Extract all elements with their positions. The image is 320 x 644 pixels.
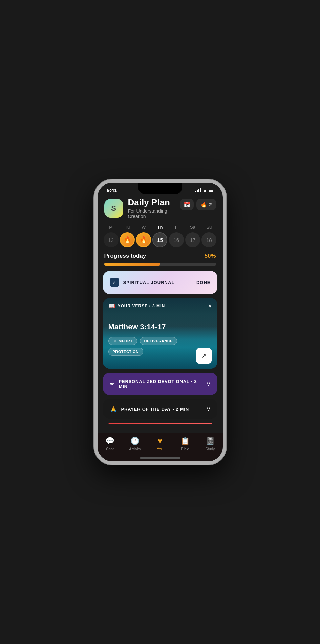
prayer-left: 🙏 PRAYER OF THE DAY • 2 MIN xyxy=(110,405,189,413)
verse-label-text: YOUR VERSE • 3 MIN xyxy=(118,304,165,308)
header: S Daily Plan For Understanding Creation … xyxy=(98,193,223,225)
flame-icon: 🔥 xyxy=(200,201,207,208)
nav-item-bible[interactable]: 📋 Bible xyxy=(175,437,195,451)
tag-deliverance[interactable]: DELIVERANCE xyxy=(140,337,177,345)
day-label-thu: Th xyxy=(152,225,167,230)
check-icon: ✓ xyxy=(110,278,119,287)
notch xyxy=(138,183,182,194)
tag-protection[interactable]: PROTECTION xyxy=(108,348,143,356)
chat-icon: 💬 xyxy=(105,437,114,445)
signal-icon xyxy=(195,188,201,192)
verse-label-left: 📖 YOUR VERSE • 3 MIN xyxy=(108,303,165,309)
cards-section: ✓ SPIRITUAL JOURNAL DONE 📖 YOUR VERSE • … xyxy=(98,271,223,424)
nav-item-you[interactable]: ♥ You xyxy=(150,437,170,451)
header-left: S Daily Plan For Understanding Creation xyxy=(104,197,180,219)
wifi-icon: ▲ xyxy=(203,188,207,193)
prayer-chevron-icon[interactable]: ∨ xyxy=(206,405,211,413)
devotional-title: PERSONALIZED DEVOTIONAL • 3 MIN xyxy=(119,379,206,389)
streak-button[interactable]: 🔥 2 xyxy=(196,199,216,210)
pen-icon: ✒ xyxy=(110,380,115,388)
progress-header: Progress today 50% xyxy=(104,253,216,259)
day-circle-14[interactable]: 🔥 xyxy=(136,232,151,247)
day-circle-12[interactable]: 12 xyxy=(104,232,119,247)
streak-count: 2 xyxy=(209,202,212,207)
progress-bar xyxy=(104,263,216,266)
header-right: 📅 🔥 2 xyxy=(180,199,216,210)
phone-inner: 9:41 ▲ ▬ S xyxy=(98,183,223,461)
heart-icon: ♥ xyxy=(158,437,162,445)
calendar-icon: 📅 xyxy=(184,201,190,208)
devotional-left: ✒ PERSONALIZED DEVOTIONAL • 3 MIN xyxy=(110,379,206,389)
day-labels: M Tu W Th F Sa Su xyxy=(103,225,217,230)
nav-label-bible: Bible xyxy=(181,447,189,451)
journal-title: SPIRITUAL JOURNAL xyxy=(123,280,175,285)
prayer-title: PRAYER OF THE DAY • 2 MIN xyxy=(121,407,189,412)
nav-item-chat[interactable]: 💬 Chat xyxy=(100,437,120,451)
red-accent-bar xyxy=(108,423,212,424)
day-label-sun: Su xyxy=(201,225,216,230)
main-scroll: S Daily Plan For Understanding Creation … xyxy=(98,193,223,443)
nav-label-chat: Chat xyxy=(106,447,114,451)
page-subtitle: For Understanding Creation xyxy=(128,208,180,219)
study-icon: 📓 xyxy=(206,437,215,445)
avatar[interactable]: S xyxy=(104,199,123,218)
done-label: DONE xyxy=(196,280,211,285)
day-label-fri: F xyxy=(169,225,184,230)
home-indicator xyxy=(140,457,180,459)
progress-label: Progress today xyxy=(104,253,146,259)
journal-left: ✓ SPIRITUAL JOURNAL xyxy=(110,278,175,287)
battery-icon: ▬ xyxy=(209,188,213,193)
day-circle-13[interactable]: 🔥 xyxy=(120,232,135,247)
day-label-mon: M xyxy=(104,225,119,230)
verse-card[interactable]: 📖 YOUR VERSE • 3 MIN ∧ Matthew 3:14-17 C… xyxy=(103,298,217,369)
progress-percentage: 50% xyxy=(204,253,216,259)
journal-card[interactable]: ✓ SPIRITUAL JOURNAL DONE xyxy=(103,271,217,294)
prayer-card[interactable]: 🙏 PRAYER OF THE DAY • 2 MIN ∨ xyxy=(103,399,217,419)
header-text: Daily Plan For Understanding Creation xyxy=(128,197,180,219)
calendar-button[interactable]: 📅 xyxy=(180,199,194,210)
nav-item-study[interactable]: 📓 Study xyxy=(200,437,220,451)
nav-label-activity: Activity xyxy=(129,447,141,451)
progress-bar-fill xyxy=(104,263,160,266)
verse-top-bar: 📖 YOUR VERSE • 3 MIN ∧ xyxy=(103,298,217,313)
day-circle-17[interactable]: 17 xyxy=(185,232,200,247)
nav-label-you: You xyxy=(157,447,163,451)
status-time: 9:41 xyxy=(107,187,117,193)
day-circle-18[interactable]: 18 xyxy=(201,232,216,247)
status-icons: ▲ ▬ xyxy=(195,188,213,193)
bible-icon: 📋 xyxy=(180,437,190,445)
verse-tags-row: COMFORT DELIVERANCE PROTECTION ↗ xyxy=(108,337,212,364)
day-circle-15[interactable]: 15 xyxy=(152,232,167,247)
day-label-wed: W xyxy=(136,225,151,230)
day-circle-16[interactable]: 16 xyxy=(169,232,184,247)
devotional-card[interactable]: ✒ PERSONALIZED DEVOTIONAL • 3 MIN ∨ xyxy=(103,373,217,395)
verse-reference: Matthew 3:14-17 xyxy=(108,323,212,331)
prayer-hands-icon: 🙏 xyxy=(110,405,117,413)
phone-frame: 9:41 ▲ ▬ S xyxy=(94,179,226,465)
devotional-chevron-icon[interactable]: ∨ xyxy=(206,380,211,388)
day-label-tue: Tu xyxy=(120,225,135,230)
verse-content: Matthew 3:14-17 COMFORT DELIVERANCE PROT… xyxy=(103,313,217,369)
open-verse-button[interactable]: ↗ xyxy=(196,348,212,364)
page-title: Daily Plan xyxy=(128,197,180,208)
tag-comfort[interactable]: COMFORT xyxy=(108,337,137,345)
nav-item-activity[interactable]: 🕐 Activity xyxy=(125,437,145,451)
chevron-up-icon[interactable]: ∧ xyxy=(208,303,212,309)
day-label-sat: Sa xyxy=(185,225,200,230)
progress-section: Progress today 50% xyxy=(98,253,223,271)
book-icon: 📖 xyxy=(108,303,115,309)
nav-label-study: Study xyxy=(205,447,215,451)
arrow-diagonal-icon: ↗ xyxy=(201,352,206,360)
day-circles: 12 🔥 🔥 15 16 17 18 xyxy=(103,232,217,247)
day-picker: M Tu W Th F Sa Su 12 🔥 🔥 15 16 17 18 xyxy=(98,225,223,253)
activity-icon: 🕐 xyxy=(130,437,140,445)
